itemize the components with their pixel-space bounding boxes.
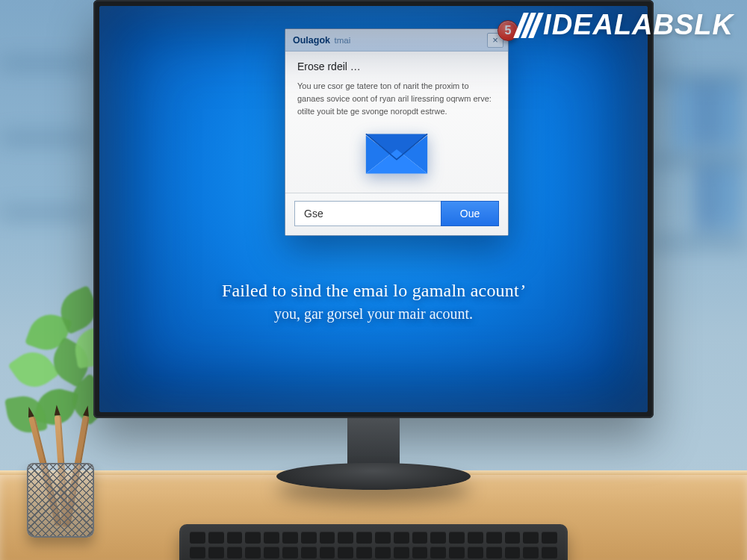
- keyboard[interactable]: [179, 524, 568, 560]
- error-dialog: Oulagok tmai × 5 Erose rdeil … You ure c…: [285, 28, 509, 236]
- caption-line-2: you, gar gorsel your mair acount.: [129, 305, 618, 323]
- mail-icon: [365, 131, 429, 176]
- dialog-input-field[interactable]: Gse: [294, 201, 441, 226]
- dialog-title: Oulagok tmai: [293, 35, 350, 46]
- monitor-base: [276, 463, 471, 490]
- ok-button-label: Oue: [460, 208, 480, 220]
- dialog-action-row: Gse Oue: [285, 193, 508, 235]
- dialog-title-sub: tmai: [335, 36, 351, 45]
- dialog-message: You ure csor ge tatere ton of narit the …: [297, 80, 496, 118]
- dialog-heading: Erose rdeil …: [297, 60, 496, 72]
- monitor-frame: Oulagok tmai × 5 Erose rdeil … You ure c…: [93, 0, 654, 418]
- dialog-body: Erose rdeil … You ure csor ge tatere ton…: [285, 52, 508, 193]
- watermark-slash-icon: [518, 13, 539, 38]
- monitor-screen: Oulagok tmai × 5 Erose rdeil … You ure c…: [99, 6, 648, 412]
- ok-button[interactable]: Oue: [441, 201, 499, 226]
- dialog-titlebar[interactable]: Oulagok tmai × 5: [285, 29, 508, 52]
- watermark-text: IDEALABSLK: [543, 9, 734, 41]
- watermark-logo: IDEALABSLK: [518, 9, 734, 41]
- close-icon: ×: [492, 35, 498, 45]
- dialog-title-main: Oulagok: [293, 35, 330, 46]
- screen-caption: Failed to sind the emai lo gamaln acount…: [99, 281, 648, 323]
- caption-line-1: Failed to sind the emai lo gamaln acount…: [129, 281, 618, 301]
- pencil-cup: [19, 441, 102, 538]
- badge-count: 5: [505, 24, 512, 37]
- dialog-input-value: Gse: [304, 208, 323, 220]
- scene-root: Oulagok tmai × 5 Erose rdeil … You ure c…: [0, 0, 747, 560]
- mail-icon-wrap: [297, 118, 496, 187]
